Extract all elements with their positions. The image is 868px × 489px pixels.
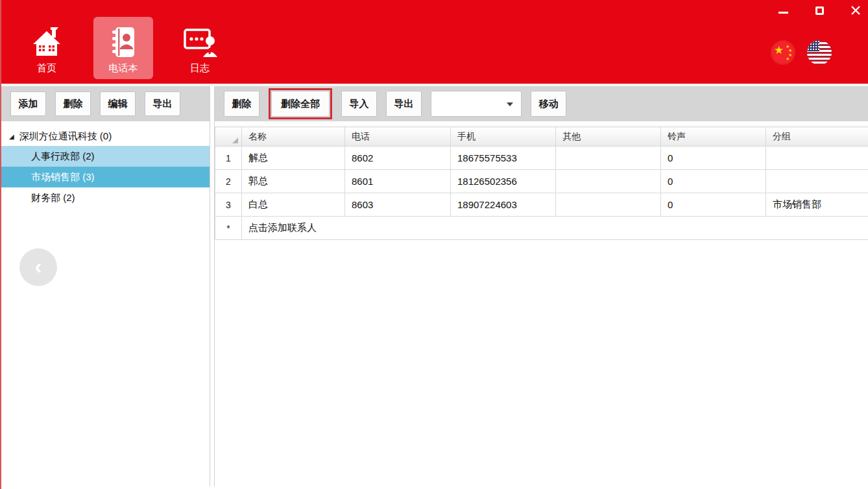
home-icon <box>30 23 63 61</box>
tab-log-label: 日志 <box>190 62 210 75</box>
minimize-icon <box>778 12 788 14</box>
cell-group[interactable]: 市场销售部 <box>766 193 868 217</box>
cell-mobile[interactable]: 18126502356 <box>451 170 556 193</box>
language-switcher: ★ ★ ★ ★ ★ <box>771 40 832 65</box>
cell-name[interactable]: 解总 <box>242 147 345 170</box>
chevron-down-icon <box>507 102 513 106</box>
cell-group[interactable] <box>766 170 868 193</box>
chevron-left-icon: ‹ <box>34 254 42 279</box>
add-contact-hint[interactable]: 点击添加联系人 <box>242 217 868 240</box>
cell-mobile[interactable]: 18675575533 <box>451 147 556 170</box>
new-contact-row[interactable]: * 点击添加联系人 <box>215 217 868 240</box>
group-add-button[interactable]: 添加 <box>10 91 46 116</box>
cell-other[interactable] <box>556 170 661 193</box>
col-header-ring[interactable]: 铃声 <box>661 127 766 147</box>
title-header: 首页 电话本 <box>1 0 868 86</box>
select-all-corner[interactable] <box>215 127 242 147</box>
row-number[interactable]: 3 <box>215 193 242 217</box>
sidebar-toolbar: 添加 删除 编辑 导出 <box>1 86 210 121</box>
tree-node-finance-dept[interactable]: 财务部 (2) <box>1 187 210 208</box>
contacts-grid: 名称 电话 手机 其他 铃声 分组 1 解总 8602 <box>215 126 868 240</box>
tree-node-company[interactable]: ◢深圳方位通讯科技 (0) <box>1 126 210 146</box>
cell-phone[interactable]: 8602 <box>345 147 451 170</box>
close-button[interactable] <box>849 4 863 17</box>
move-target-group-select[interactable] <box>431 91 522 117</box>
cell-name[interactable]: 白总 <box>242 193 345 217</box>
cell-mobile[interactable]: 18907224603 <box>451 193 556 217</box>
tree-expander-icon[interactable]: ◢ <box>9 133 14 140</box>
contact-move-button[interactable]: 移动 <box>531 91 566 117</box>
cell-ring[interactable]: 0 <box>661 147 766 170</box>
window-controls <box>776 4 863 17</box>
col-header-group[interactable]: 分组 <box>766 127 868 147</box>
tab-phonebook-label: 电话本 <box>109 62 138 75</box>
contact-export-button[interactable]: 导出 <box>386 91 422 117</box>
chinese-flag-icon[interactable]: ★ ★ ★ ★ ★ <box>771 40 795 65</box>
minimize-button[interactable] <box>776 4 790 17</box>
contact-import-button[interactable]: 导入 <box>341 91 377 117</box>
group-delete-button[interactable]: 删除 <box>55 91 91 116</box>
row-number[interactable]: 1 <box>215 147 242 170</box>
contact-delete-all-button[interactable]: 删除全部 <box>271 91 330 117</box>
maximize-icon <box>815 6 824 15</box>
cell-other[interactable] <box>556 193 661 217</box>
collapse-sidebar-button[interactable]: ‹ <box>19 248 57 286</box>
contact-row[interactable]: 2 郭总 8601 18126502356 0 <box>215 170 868 193</box>
tree-node-hr-dept[interactable]: 人事行政部 (2) <box>1 146 210 167</box>
corner-triangle-icon <box>232 137 238 143</box>
cell-phone[interactable]: 8603 <box>345 193 451 217</box>
group-edit-button[interactable]: 编辑 <box>100 91 136 116</box>
grid-header-row: 名称 电话 手机 其他 铃声 分组 <box>215 127 868 147</box>
cell-phone[interactable]: 8601 <box>345 170 451 193</box>
content-area: 添加 删除 编辑 导出 ◢深圳方位通讯科技 (0) 人事行政部 (2) 市场销售… <box>1 86 868 486</box>
log-icon <box>182 23 218 61</box>
cell-name[interactable]: 郭总 <box>242 170 345 193</box>
cell-other[interactable] <box>556 147 661 170</box>
english-flag-icon[interactable] <box>807 40 832 65</box>
app-window: 首页 电话本 <box>0 0 868 489</box>
group-sidebar: 添加 删除 编辑 导出 ◢深圳方位通讯科技 (0) 人事行政部 (2) 市场销售… <box>1 86 210 486</box>
annotation-highlight-box: 删除全部 <box>269 88 332 119</box>
tab-phonebook[interactable]: 电话本 <box>93 17 153 79</box>
phonebook-icon <box>107 23 139 61</box>
contacts-panel: 删除 删除全部 导入 导出 移动 <box>215 86 868 486</box>
tree-node-company-label: 深圳方位通讯科技 (0) <box>19 130 112 141</box>
col-header-phone[interactable]: 电话 <box>345 127 451 147</box>
contact-row[interactable]: 3 白总 8603 18907224603 0 市场销售部 <box>215 193 868 217</box>
tab-log[interactable]: 日志 <box>170 17 230 79</box>
cell-group[interactable] <box>766 147 868 170</box>
contact-delete-button[interactable]: 删除 <box>224 91 259 117</box>
row-number[interactable]: 2 <box>215 170 242 193</box>
tree-node-sales-dept[interactable]: 市场销售部 (3) <box>1 167 210 187</box>
cell-ring[interactable]: 0 <box>661 193 766 217</box>
panel-splitter[interactable] <box>210 86 215 486</box>
contact-row[interactable]: 1 解总 8602 18675575533 0 <box>215 147 868 170</box>
tab-home-label: 首页 <box>37 62 56 75</box>
col-header-name[interactable]: 名称 <box>242 127 345 147</box>
department-tree: ◢深圳方位通讯科技 (0) 人事行政部 (2) 市场销售部 (3) 财务部 (2… <box>1 121 210 208</box>
col-header-mobile[interactable]: 手机 <box>451 127 556 147</box>
cell-ring[interactable]: 0 <box>661 170 766 193</box>
group-export-button[interactable]: 导出 <box>145 91 180 116</box>
contacts-toolbar: 删除 删除全部 导入 导出 移动 <box>215 86 868 121</box>
tab-home[interactable]: 首页 <box>17 17 77 79</box>
main-nav: 首页 电话本 <box>17 17 230 79</box>
new-row-star: * <box>215 217 242 240</box>
close-icon <box>850 5 861 16</box>
maximize-button[interactable] <box>812 4 826 17</box>
col-header-other[interactable]: 其他 <box>556 127 661 147</box>
